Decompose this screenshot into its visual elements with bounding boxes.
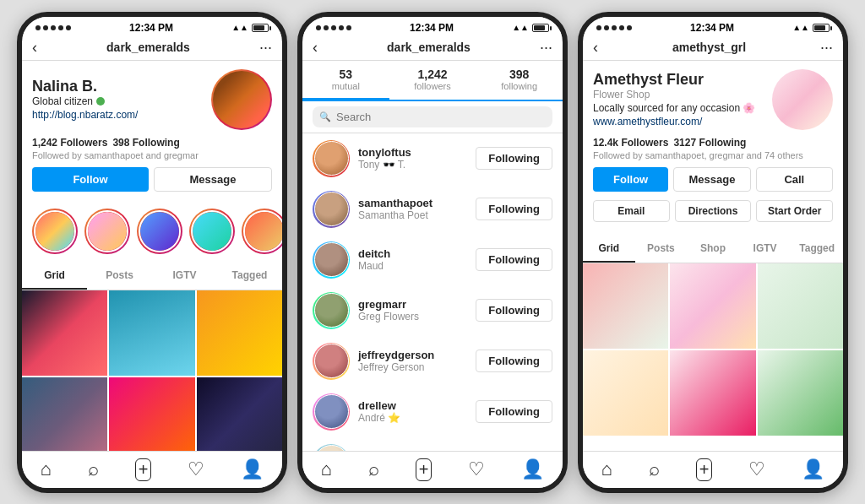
- tab-grid-3[interactable]: Grid: [583, 236, 635, 263]
- action-buttons-1: Follow Message: [32, 167, 272, 192]
- home-icon-2[interactable]: ⌂: [321, 458, 332, 480]
- bio-text-3: Locally sourced for any occasion 🌸: [593, 102, 755, 114]
- bio-link-1[interactable]: http://blog.nbaratz.com/: [32, 109, 211, 121]
- search-icon-3[interactable]: ⌕: [649, 458, 660, 480]
- bio-line-3: Locally sourced for any occasion 🌸: [593, 102, 772, 114]
- profile-header-3: Amethyst Fleur Flower Shop Locally sourc…: [583, 61, 843, 236]
- more-button-1[interactable]: ···: [259, 39, 272, 57]
- tab-igtv-3[interactable]: IGTV: [739, 236, 792, 263]
- message-button-3[interactable]: Message: [673, 167, 750, 192]
- grid-cell-1-4[interactable]: [22, 377, 107, 451]
- status-bar-3: 12:34 PM ▲▲: [583, 17, 843, 35]
- message-button-1[interactable]: Message: [154, 167, 272, 192]
- status-icons-2: ▲▲: [512, 23, 549, 32]
- story-circle-5[interactable]: [242, 209, 282, 254]
- status-time-2: 12:34 PM: [410, 22, 454, 34]
- tab-grid-1[interactable]: Grid: [22, 263, 87, 290]
- action-buttons-3b: Email Directions Start Order: [593, 200, 833, 222]
- bio-link-3[interactable]: www.amethystfleur.com/: [593, 116, 772, 127]
- info-gregmarr: gregmarr Greg Flowers: [358, 298, 467, 322]
- following-stat-1[interactable]: 398 Following: [112, 137, 179, 149]
- home-icon-3[interactable]: ⌂: [601, 458, 612, 480]
- grid-cell-3-5[interactable]: [670, 350, 755, 436]
- status-time-3: 12:34 PM: [690, 22, 734, 34]
- call-button-3[interactable]: Call: [756, 167, 833, 192]
- email-button-3[interactable]: Email: [593, 200, 670, 222]
- grid-cell-1-6[interactable]: [197, 377, 282, 451]
- search-icon-1[interactable]: ⌕: [88, 458, 99, 480]
- back-button-2[interactable]: ‹: [313, 39, 318, 57]
- avatar-drellew[interactable]: [313, 393, 350, 431]
- following-btn-6[interactable]: Following: [476, 400, 552, 423]
- verified-dot-1: [96, 97, 105, 106]
- tab-posts-1[interactable]: Posts: [87, 263, 152, 290]
- directions-button-3[interactable]: Directions: [675, 200, 752, 222]
- avatar-tonyloftus[interactable]: [313, 140, 350, 177]
- bottom-nav-3: ⌂ ⌕ + ♡ 👤: [583, 451, 843, 488]
- story-circle-4[interactable]: [189, 209, 235, 254]
- grid-cell-3-2[interactable]: [670, 263, 755, 349]
- tab-tagged-3[interactable]: Tagged: [791, 236, 843, 263]
- tab-igtv-1[interactable]: IGTV: [152, 263, 217, 290]
- profile-avatar-1: [211, 69, 272, 130]
- avatar-ericafahr[interactable]: [313, 444, 350, 451]
- more-button-2[interactable]: ···: [540, 39, 552, 57]
- more-button-3[interactable]: ···: [820, 39, 833, 57]
- back-button-1[interactable]: ‹: [32, 39, 37, 57]
- profile-top-1: Nalina B. Global citizen http://blog.nba…: [32, 69, 272, 130]
- profile-icon-3[interactable]: 👤: [802, 458, 824, 480]
- tab-tagged-1[interactable]: Tagged: [217, 263, 282, 290]
- avatar-deitch[interactable]: [313, 241, 350, 279]
- story-circle-3[interactable]: [137, 209, 182, 254]
- search-icon-2[interactable]: ⌕: [368, 458, 379, 480]
- start-order-button-3[interactable]: Start Order: [756, 200, 833, 222]
- profile-icon-1[interactable]: 👤: [241, 458, 264, 480]
- profile-content-1: Nalina B. Global citizen http://blog.nba…: [22, 61, 282, 451]
- signal-dots-2: [316, 25, 351, 30]
- followers-stat-3[interactable]: 12.4k Followers: [593, 137, 668, 149]
- following-btn-4[interactable]: Following: [476, 299, 552, 322]
- following-btn-2[interactable]: Following: [476, 198, 552, 220]
- following-btn-5[interactable]: Following: [476, 350, 552, 372]
- home-icon-1[interactable]: ⌂: [41, 458, 52, 480]
- stats-row-3: 12.4k Followers 3127 Following: [593, 137, 833, 149]
- search-input-2[interactable]: [313, 106, 552, 127]
- grid-cell-3-6[interactable]: [758, 350, 843, 436]
- follow-button-1[interactable]: Follow: [32, 167, 149, 192]
- add-icon-2[interactable]: +: [416, 458, 432, 481]
- profile-tabs-1: Grid Posts IGTV Tagged: [22, 263, 282, 290]
- tab-posts-3[interactable]: Posts: [635, 236, 688, 263]
- likes-icon-3[interactable]: ♡: [748, 458, 765, 480]
- following-stat-3[interactable]: 3127 Following: [673, 137, 746, 149]
- grid-cell-1-3[interactable]: [197, 290, 282, 376]
- following-btn-1[interactable]: Following: [476, 147, 552, 170]
- avatar-gregmarr[interactable]: [313, 292, 350, 329]
- tab-shop-3[interactable]: Shop: [687, 236, 739, 263]
- back-button-3[interactable]: ‹: [593, 39, 598, 57]
- grid-cell-3-4[interactable]: [583, 350, 668, 436]
- story-circle-1[interactable]: [32, 209, 78, 254]
- story-circle-2[interactable]: [84, 209, 130, 254]
- likes-icon-2[interactable]: ♡: [468, 458, 485, 480]
- status-icons-3: ▲▲: [792, 23, 830, 32]
- likes-icon-1[interactable]: ♡: [188, 458, 204, 480]
- follow-button-3[interactable]: Follow: [593, 167, 668, 192]
- add-icon-1[interactable]: +: [135, 458, 152, 481]
- bottom-nav-2: ⌂ ⌕ + ♡ 👤: [302, 451, 563, 488]
- followers-stat-1[interactable]: 1,242 Followers: [32, 137, 107, 149]
- grid-cell-1-5[interactable]: [109, 377, 194, 451]
- following-item-7: ericafahr: [302, 437, 563, 451]
- mutual-stat[interactable]: 53 mutual: [302, 61, 389, 100]
- grid-cell-3-1[interactable]: [583, 263, 668, 349]
- grid-cell-3-3[interactable]: [758, 263, 843, 349]
- phone-3: 12:34 PM ▲▲ ‹ amethyst_grl ··· Amethyst …: [578, 12, 848, 493]
- avatar-samanthapoet[interactable]: [313, 191, 350, 228]
- following-btn-3[interactable]: Following: [476, 248, 552, 271]
- avatar-jeffreydgerson[interactable]: [313, 343, 350, 380]
- profile-icon-2[interactable]: 👤: [521, 458, 544, 480]
- add-icon-3[interactable]: +: [696, 458, 713, 481]
- grid-cell-1-1[interactable]: [22, 290, 107, 376]
- following-count-stat[interactable]: 398 following: [476, 61, 563, 100]
- followers-stat[interactable]: 1,242 followers: [389, 61, 476, 100]
- grid-cell-1-2[interactable]: [109, 290, 194, 376]
